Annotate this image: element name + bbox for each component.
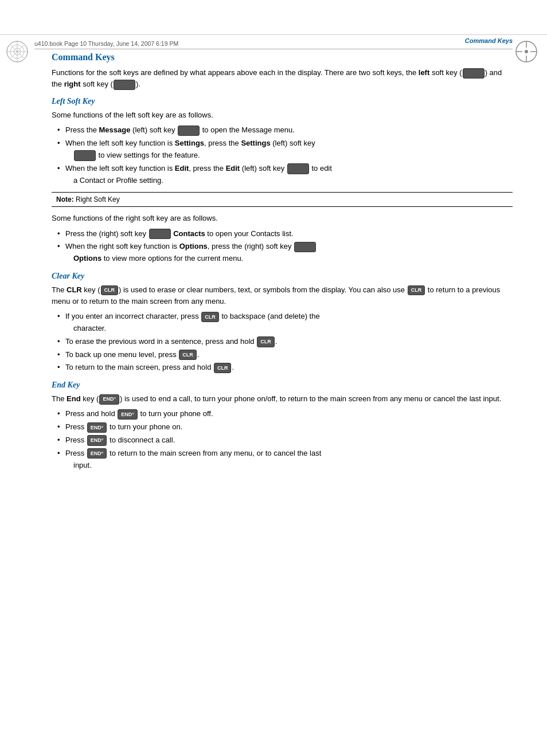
clear-key-list: If you enter an incorrect character, pre… xyxy=(57,311,513,374)
svg-point-8 xyxy=(525,50,528,53)
end-key-icon: END° xyxy=(99,394,119,405)
clr-key-icon: CLR xyxy=(201,312,219,322)
subsection-left-soft-key: Left Soft Key xyxy=(52,97,513,106)
subsection-clear-key: Clear Key xyxy=(52,272,513,281)
list-item: When the left soft key function is Setti… xyxy=(57,138,513,162)
list-item: To erase the previous word in a sentence… xyxy=(57,336,513,348)
main-content: Command Keys Functions for the soft keys… xyxy=(0,46,547,498)
subsection-end-key: End Key xyxy=(52,381,513,390)
left-soft-key-list: Press the Message (left) soft key to ope… xyxy=(57,124,513,186)
list-item: To back up one menu level, press CLR. xyxy=(57,349,513,361)
soft-key-btn xyxy=(178,126,200,136)
end-key-icon: END° xyxy=(87,435,107,445)
note-text: Right Soft Key xyxy=(76,195,120,203)
list-item: When the right soft key function is Opti… xyxy=(57,241,513,265)
list-item: Press the (right) soft key Contacts to o… xyxy=(57,228,513,240)
intro-paragraph: Functions for the soft keys are defined … xyxy=(52,67,513,90)
clr-key-icon: CLR xyxy=(214,363,232,373)
list-item: To return to the main screen, press and … xyxy=(57,362,513,374)
book-header: u410.book Page 10 Thursday, June 14, 200… xyxy=(34,40,513,49)
list-item: If you enter an incorrect character, pre… xyxy=(57,311,513,335)
soft-key-btn xyxy=(74,150,96,160)
list-item: When the left soft key function is Edit,… xyxy=(57,163,513,187)
clr-key-icon: CLR xyxy=(257,336,275,347)
left-soft-key-icon xyxy=(463,68,485,79)
section-title: Command Keys xyxy=(52,52,513,62)
end-key-list: Press and hold END° to turn your phone o… xyxy=(57,408,513,471)
corner-decoration-tl xyxy=(5,39,33,68)
left-soft-key-intro: Some functions of the left soft key are … xyxy=(52,109,513,121)
list-item: Press END° to turn your phone on. xyxy=(57,421,513,433)
list-item: Press and hold END° to turn your phone o… xyxy=(57,408,513,420)
book-header-text: u410.book Page 10 Thursday, June 14, 200… xyxy=(34,40,178,47)
clr-key-icon: CLR xyxy=(101,285,119,296)
end-key-icon: END° xyxy=(87,422,107,433)
end-key-icon: END° xyxy=(118,409,138,420)
right-soft-key-icon xyxy=(114,80,135,90)
soft-key-btn xyxy=(149,229,171,239)
list-item: Press the Message (left) soft key to ope… xyxy=(57,124,513,136)
end-key-intro: The End key (END°) is used to end a call… xyxy=(52,393,513,405)
clr-key-icon: CLR xyxy=(179,350,197,360)
note-label: Note: xyxy=(56,195,74,203)
clr-key-icon: CLR xyxy=(408,285,425,296)
soft-key-btn xyxy=(287,163,309,174)
right-soft-key-list: Press the (right) soft key Contacts to o… xyxy=(57,228,513,265)
note-box: Note: Right Soft Key xyxy=(52,192,513,207)
list-item: Press END° to return to the main screen … xyxy=(57,448,513,472)
right-soft-key-intro: Some functions of the right soft key are… xyxy=(52,213,513,224)
soft-key-btn xyxy=(294,242,316,252)
clear-key-intro: The CLR key (CLR) is used to erase or cl… xyxy=(52,284,513,307)
list-item: Press END° to disconnect a call. xyxy=(57,434,513,446)
corner-decoration-tr xyxy=(514,39,542,68)
page-container: u410.book Page 10 Thursday, June 14, 200… xyxy=(0,34,547,756)
end-key-icon: END° xyxy=(87,448,107,459)
